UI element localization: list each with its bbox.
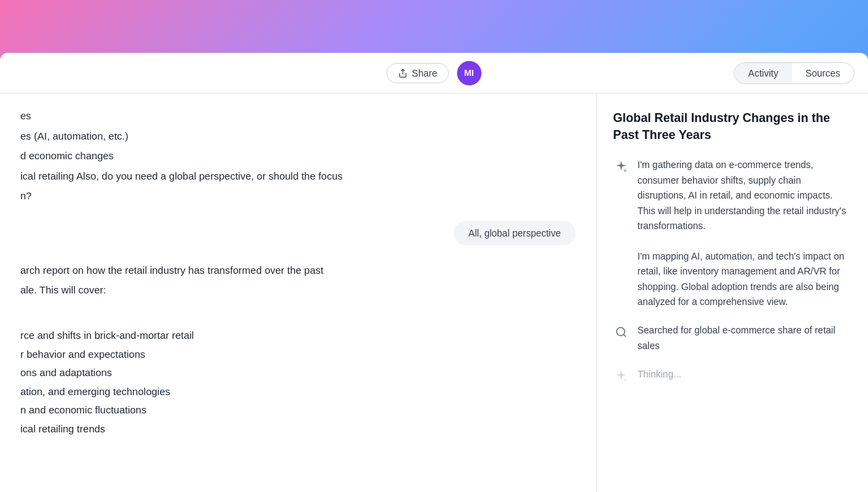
right-panel: Global Retail Industry Changes in the Pa… (597, 94, 868, 492)
report-line-2: ale. This will cover: (20, 281, 576, 299)
bullet-2: r behavior and expectations (20, 346, 576, 363)
tab-activity-label: Activity (748, 68, 778, 79)
svg-point-1 (616, 328, 625, 336)
search-icon (613, 324, 629, 340)
activity-search-text: Searched for global e-commerce share of … (637, 323, 852, 353)
top-bar-center: Share MI (387, 61, 481, 85)
line-5: n? (20, 187, 576, 205)
share-label: Share (412, 68, 437, 79)
line-1: es (20, 107, 576, 125)
tab-sources-label: Sources (806, 68, 840, 79)
panel-title: Global Retail Industry Changes in the Pa… (613, 110, 852, 144)
report-text: arch report on how the retail industry h… (20, 262, 576, 438)
bullet-5: n and economic fluctuations (20, 401, 576, 419)
share-button[interactable]: Share (387, 63, 448, 83)
tab-group: Activity Sources (734, 62, 854, 84)
share-icon (398, 68, 408, 78)
activity-item-search: Searched for global e-commerce share of … (613, 323, 852, 353)
left-panel-text: es es (AI, automation, etc.) d economic … (20, 107, 576, 205)
line-2: es (AI, automation, etc.) (20, 127, 576, 145)
sparkle-icon-gather (613, 159, 629, 175)
activity-thinking-text: Thinking... (637, 367, 682, 382)
app-window: Share MI × Activity Sources es es (AI, a (0, 53, 868, 492)
tab-sources[interactable]: Sources (792, 63, 854, 83)
svg-line-2 (623, 335, 625, 337)
main-content: es es (AI, automation, etc.) d economic … (0, 94, 868, 492)
bullet-6: ical retailing trends (20, 420, 576, 438)
sparkle-icon-thinking (613, 368, 629, 384)
tab-activity[interactable]: Activity (734, 63, 791, 83)
report-line-1: arch report on how the retail industry h… (20, 262, 576, 279)
activity-gather-text: I'm gathering data on e-commerce trends,… (637, 157, 852, 309)
chip-label: All, global perspective (469, 228, 561, 239)
bullet-1: rce and shifts in brick-and-mortar retai… (20, 327, 576, 344)
activity-item-thinking: Thinking... (613, 367, 852, 384)
bullet-list: rce and shifts in brick-and-mortar retai… (20, 327, 576, 437)
search-svg (615, 326, 627, 338)
sparkle-svg (614, 160, 628, 173)
chip-container: All, global perspective (20, 221, 576, 245)
line-3: d economic changes (20, 147, 576, 165)
avatar-initials: MI (464, 68, 473, 78)
bullet-4: ation, and emerging technologies (20, 383, 576, 401)
activity-item-gather: I'm gathering data on e-commerce trends,… (613, 157, 852, 309)
bullet-3: ons and adaptations (20, 364, 576, 382)
sparkle-thinking-svg (614, 369, 628, 383)
top-bar: Share MI × Activity Sources (0, 53, 868, 94)
avatar: MI (457, 61, 481, 85)
line-4: ical retailing Also, do you need a globa… (20, 167, 576, 185)
left-panel: es es (AI, automation, etc.) d economic … (0, 94, 597, 492)
chip-global-perspective[interactable]: All, global perspective (454, 221, 576, 245)
